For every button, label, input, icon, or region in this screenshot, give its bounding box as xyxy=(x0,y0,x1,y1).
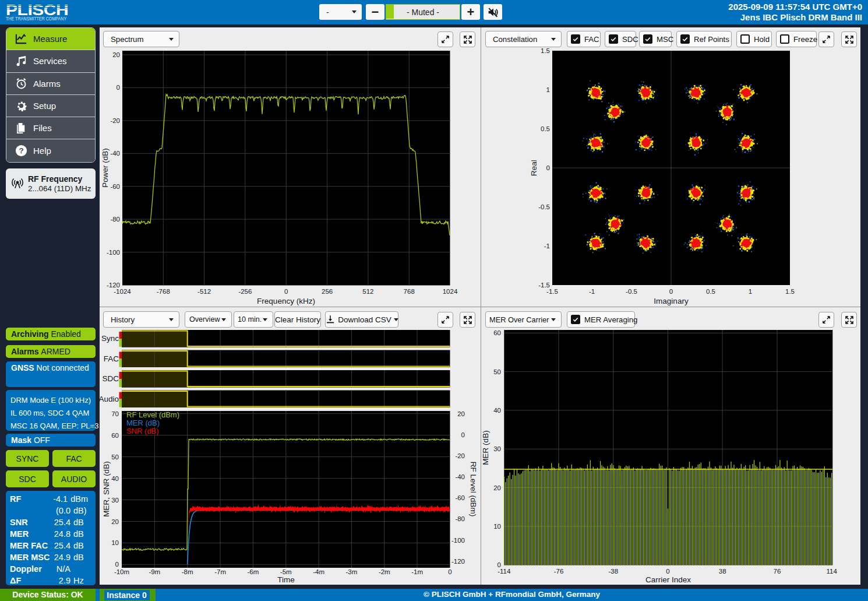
svg-text:0: 0 xyxy=(461,431,465,438)
svg-text:60: 60 xyxy=(111,432,119,439)
svg-text:30: 30 xyxy=(493,445,501,452)
svg-text:-512: -512 xyxy=(197,288,211,295)
svg-text:768: 768 xyxy=(404,288,415,295)
svg-text:40: 40 xyxy=(493,407,501,414)
svg-text:-120: -120 xyxy=(451,558,465,565)
svg-text:1.5: 1.5 xyxy=(541,47,550,54)
svg-text:0.5: 0.5 xyxy=(706,288,715,295)
svg-text:20: 20 xyxy=(112,51,120,58)
svg-text:Sync: Sync xyxy=(101,334,119,343)
svg-text:50: 50 xyxy=(493,368,501,375)
svg-text:0: 0 xyxy=(115,561,119,568)
svg-text:-9m: -9m xyxy=(149,568,160,575)
svg-text:1: 1 xyxy=(546,86,550,93)
svg-text:Power (dB): Power (dB) xyxy=(101,148,110,188)
svg-text:-6m: -6m xyxy=(247,568,259,575)
svg-text:1: 1 xyxy=(749,288,752,295)
svg-text:-1.5: -1.5 xyxy=(546,288,558,295)
svg-text:70: 70 xyxy=(111,410,119,417)
svg-text:Frequency (kHz): Frequency (kHz) xyxy=(257,297,315,305)
svg-text:?: ? xyxy=(19,146,23,155)
svg-text:-100: -100 xyxy=(107,249,120,256)
svg-text:-114: -114 xyxy=(497,568,511,575)
svg-text:0: 0 xyxy=(666,568,669,575)
svg-text:1024: 1024 xyxy=(443,288,458,295)
svg-text:10: 10 xyxy=(111,539,119,546)
svg-text:-3m: -3m xyxy=(345,568,357,575)
svg-text:0: 0 xyxy=(448,568,451,575)
svg-text:Time: Time xyxy=(277,575,295,584)
svg-text:-1: -1 xyxy=(544,242,550,249)
svg-text:Carrier Index: Carrier Index xyxy=(645,575,691,584)
svg-text:512: 512 xyxy=(362,288,373,295)
svg-text:256: 256 xyxy=(322,288,333,295)
svg-text:Imaginary: Imaginary xyxy=(654,297,689,305)
svg-text:-20: -20 xyxy=(110,117,120,124)
svg-text:-38: -38 xyxy=(608,568,618,575)
svg-text:40: 40 xyxy=(111,475,119,482)
svg-text:MER (dB): MER (dB) xyxy=(126,419,160,427)
svg-text:-80: -80 xyxy=(110,216,120,223)
svg-text:-76: -76 xyxy=(554,568,564,575)
svg-text:76: 76 xyxy=(774,568,781,575)
svg-text:-1m: -1m xyxy=(411,568,423,575)
svg-text:20: 20 xyxy=(457,410,465,417)
svg-text:-40: -40 xyxy=(110,150,120,157)
svg-text:20: 20 xyxy=(111,518,119,525)
svg-text:0.5: 0.5 xyxy=(541,125,550,132)
svg-text:60: 60 xyxy=(493,329,501,336)
svg-text:114: 114 xyxy=(827,568,838,575)
svg-text:FAC: FAC xyxy=(104,354,119,363)
svg-text:MER, SNR (dB): MER, SNR (dB) xyxy=(102,461,111,516)
svg-text:0: 0 xyxy=(284,288,288,295)
svg-text:-1024: -1024 xyxy=(114,288,131,295)
svg-text:SDC: SDC xyxy=(102,374,119,383)
svg-text:Audio: Audio xyxy=(98,395,119,403)
svg-text:0: 0 xyxy=(117,84,120,91)
svg-text:38: 38 xyxy=(719,568,726,575)
svg-text:50: 50 xyxy=(111,454,119,461)
svg-text:SNR (dB): SNR (dB) xyxy=(126,427,159,435)
svg-text:RF Level (dBm): RF Level (dBm) xyxy=(469,462,478,517)
svg-text:0: 0 xyxy=(669,288,673,295)
svg-text:MER (dB): MER (dB) xyxy=(481,430,490,465)
svg-text:Real: Real xyxy=(530,160,538,176)
svg-text:-7m: -7m xyxy=(214,568,226,575)
svg-text:-20: -20 xyxy=(455,452,465,459)
svg-text:0: 0 xyxy=(546,164,550,171)
svg-text:-2m: -2m xyxy=(379,568,390,575)
svg-text:-40: -40 xyxy=(455,473,465,480)
svg-text:-4m: -4m xyxy=(313,568,324,575)
svg-text:-256: -256 xyxy=(238,288,252,295)
svg-text:-60: -60 xyxy=(455,494,465,501)
svg-text:-8m: -8m xyxy=(182,568,193,575)
svg-text:-1: -1 xyxy=(589,288,595,295)
svg-text:-60: -60 xyxy=(110,183,120,190)
svg-text:-10m: -10m xyxy=(114,568,129,575)
svg-text:RF Level (dBm): RF Level (dBm) xyxy=(126,410,179,419)
svg-text:-0.5: -0.5 xyxy=(626,288,637,295)
svg-text:-100: -100 xyxy=(451,537,465,544)
svg-text:-80: -80 xyxy=(455,515,465,522)
svg-text:20: 20 xyxy=(493,484,501,491)
svg-text:10: 10 xyxy=(493,523,501,530)
svg-text:30: 30 xyxy=(111,497,119,504)
svg-text:1.5: 1.5 xyxy=(785,288,795,295)
svg-text:-768: -768 xyxy=(157,288,170,295)
svg-text:-0.5: -0.5 xyxy=(538,203,550,210)
svg-text:-5m: -5m xyxy=(280,568,292,575)
